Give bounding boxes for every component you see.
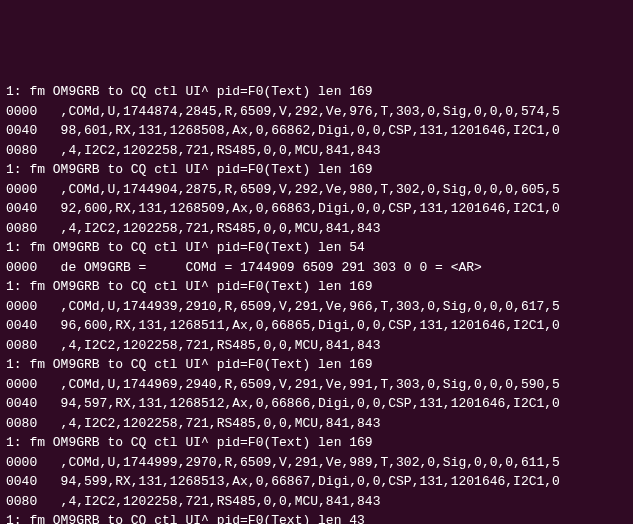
terminal-line: 0040 92,600,RX,131,1268509,Ax,0,66863,Di… xyxy=(6,199,627,219)
terminal-line: 0040 94,599,RX,131,1268513,Ax,0,66867,Di… xyxy=(6,472,627,492)
terminal-line: 0080 ,4,I2C2,1202258,721,RS485,0,0,MCU,8… xyxy=(6,336,627,356)
terminal-line: 0000 de OM9GRB = COMd = 1744909 6509 291… xyxy=(6,258,627,278)
terminal-line: 0080 ,4,I2C2,1202258,721,RS485,0,0,MCU,8… xyxy=(6,414,627,434)
terminal-line: 0080 ,4,I2C2,1202258,721,RS485,0,0,MCU,8… xyxy=(6,492,627,512)
terminal-line: 0000 ,COMd,U,1744939,2910,R,6509,V,291,V… xyxy=(6,297,627,317)
terminal-line: 1: fm OM9GRB to CQ ctl UI^ pid=F0(Text) … xyxy=(6,238,627,258)
terminal-line: 0040 96,600,RX,131,1268511,Ax,0,66865,Di… xyxy=(6,316,627,336)
terminal-line: 0000 ,COMd,U,1744874,2845,R,6509,V,292,V… xyxy=(6,102,627,122)
terminal-line: 1: fm OM9GRB to CQ ctl UI^ pid=F0(Text) … xyxy=(6,511,627,524)
terminal-line: 0080 ,4,I2C2,1202258,721,RS485,0,0,MCU,8… xyxy=(6,219,627,239)
terminal-output: 1: fm OM9GRB to CQ ctl UI^ pid=F0(Text) … xyxy=(6,82,627,524)
terminal-line: 1: fm OM9GRB to CQ ctl UI^ pid=F0(Text) … xyxy=(6,433,627,453)
terminal-line: 0080 ,4,I2C2,1202258,721,RS485,0,0,MCU,8… xyxy=(6,141,627,161)
terminal-line: 1: fm OM9GRB to CQ ctl UI^ pid=F0(Text) … xyxy=(6,277,627,297)
terminal-line: 0000 ,COMd,U,1744904,2875,R,6509,V,292,V… xyxy=(6,180,627,200)
terminal-line: 0000 ,COMd,U,1744969,2940,R,6509,V,291,V… xyxy=(6,375,627,395)
terminal-line: 1: fm OM9GRB to CQ ctl UI^ pid=F0(Text) … xyxy=(6,355,627,375)
terminal-line: 0040 94,597,RX,131,1268512,Ax,0,66866,Di… xyxy=(6,394,627,414)
terminal-line: 1: fm OM9GRB to CQ ctl UI^ pid=F0(Text) … xyxy=(6,82,627,102)
terminal-line: 1: fm OM9GRB to CQ ctl UI^ pid=F0(Text) … xyxy=(6,160,627,180)
terminal-line: 0000 ,COMd,U,1744999,2970,R,6509,V,291,V… xyxy=(6,453,627,473)
terminal-line: 0040 98,601,RX,131,1268508,Ax,0,66862,Di… xyxy=(6,121,627,141)
